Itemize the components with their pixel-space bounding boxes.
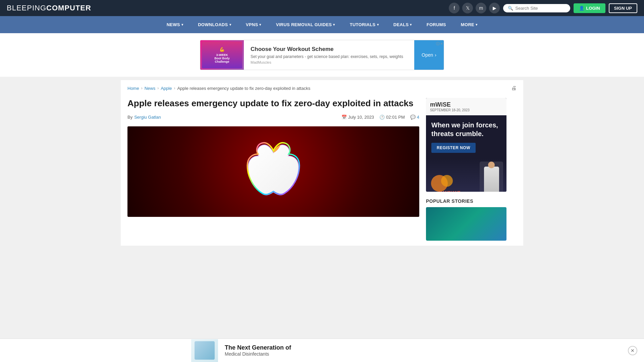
- author-link[interactable]: Sergiu Gatlan: [134, 115, 161, 120]
- breadcrumb-sep-2: ›: [157, 86, 159, 90]
- sidebar-ad-person: [480, 162, 503, 192]
- chevron-right-icon: ›: [435, 52, 436, 58]
- article-meta: By Sergiu Gatlan 📅 July 10, 2023 🕐 02:01…: [127, 115, 419, 120]
- apple-logo-outline: [246, 137, 301, 203]
- popular-story-thumbnail[interactable]: [426, 207, 506, 241]
- nav-tutorials[interactable]: TUTORIALS ▾: [342, 16, 386, 33]
- nav-news-arrow: ▾: [181, 23, 183, 26]
- popular-stories-title: POPULAR STORIES: [426, 198, 506, 204]
- article-comments[interactable]: 💬 4: [410, 115, 419, 120]
- content-area: Home › News › Apple › Apple releases eme…: [121, 80, 523, 246]
- ad-banner-wrapper: 💪 3-WEEK Boot Body Challenge Choose Your…: [0, 33, 644, 77]
- breadcrumb-apple[interactable]: Apple: [161, 86, 172, 91]
- sidebar-ad-register-button[interactable]: REGISTER NOW: [431, 143, 476, 153]
- nav-vpns-arrow: ▾: [259, 23, 261, 26]
- sidebar-ad-body: When we join forces, threats crumble. RE…: [426, 115, 506, 158]
- ad-close-icon: ⓘ ×: [436, 41, 443, 46]
- nav-downloads[interactable]: DOWNLOADS ▾: [191, 16, 238, 33]
- user-icon: 👤: [579, 6, 584, 11]
- signup-button[interactable]: SIGN UP: [609, 3, 637, 13]
- bottom-ad-thumbnail: [195, 341, 215, 360]
- twitter-icon[interactable]: 𝕏: [462, 3, 473, 13]
- mastodon-icon[interactable]: m: [476, 3, 486, 13]
- nav-more[interactable]: MORE ▾: [453, 16, 485, 33]
- login-button[interactable]: 👤 LOGIN: [574, 3, 605, 13]
- mwise-logo: mWiSE SEPTEMBER 18-20, 2023: [430, 101, 470, 112]
- calendar-icon: 📅: [341, 115, 347, 120]
- search-input[interactable]: [515, 6, 566, 11]
- nav-tutorials-arrow: ▾: [377, 23, 379, 26]
- bottom-ad-content: The Next Generation of Medical Disinfect…: [218, 344, 453, 357]
- sidebar-ad-headline: When we join forces, threats crumble.: [431, 121, 501, 138]
- breadcrumb-home[interactable]: Home: [127, 86, 139, 91]
- article-meta-right: 📅 July 10, 2023 🕐 02:01 PM 💬 4: [341, 115, 419, 120]
- sidebar-ad: mWiSE SEPTEMBER 18-20, 2023 When we join…: [426, 98, 506, 192]
- ad-source: MadMuscles: [251, 60, 408, 64]
- main-wrapper: Home › News › Apple › Apple releases eme…: [121, 80, 523, 246]
- nav-virus-removal[interactable]: VIRUS REMOVAL GUIDES ▾: [269, 16, 342, 33]
- youtube-icon[interactable]: ▶: [489, 3, 500, 13]
- article-main: Apple releases emergency update to fix z…: [127, 98, 419, 217]
- nav-more-arrow: ▾: [476, 23, 477, 26]
- logo-regular: BLEEPING: [7, 4, 46, 12]
- popular-stories: POPULAR STORIES: [426, 198, 506, 241]
- logo-bold: COMPUTER: [46, 4, 91, 12]
- article-hero-image: [127, 126, 419, 217]
- sidebar-ad-image: MANDIANT now part of Google Cloud: [426, 158, 506, 192]
- ad-image: 💪 3-WEEK Boot Body Challenge: [200, 40, 244, 70]
- print-icon[interactable]: 🖨: [511, 85, 517, 91]
- nav-deals-arrow: ▾: [410, 23, 412, 26]
- breadcrumb-left: Home › News › Apple › Apple releases eme…: [127, 86, 310, 91]
- main-nav: NEWS ▾ DOWNLOADS ▾ VPNS ▾ VIRUS REMOVAL …: [0, 16, 644, 33]
- article-time: 🕐 02:01 PM: [379, 115, 405, 120]
- ad-content: Choose Your Workout Scheme Set your goal…: [244, 40, 414, 70]
- nav-virus-arrow: ▾: [333, 23, 335, 26]
- ad-title: Choose Your Workout Scheme: [251, 46, 408, 53]
- site-logo[interactable]: BLEEPINGCOMPUTER: [7, 4, 91, 12]
- bottom-ad-subtitle: Medical Disinfectants: [225, 351, 446, 357]
- article-date: 📅 July 10, 2023: [341, 115, 374, 120]
- sidebar-ad-header: mWiSE SEPTEMBER 18-20, 2023: [426, 98, 506, 115]
- by-label: By: [127, 115, 132, 120]
- breadcrumb-sep-3: ›: [174, 86, 175, 90]
- article-layout: Apple releases emergency update to fix z…: [127, 98, 517, 241]
- search-icon: 🔍: [508, 6, 513, 11]
- breadcrumb-sep-1: ›: [141, 86, 143, 90]
- comment-icon: 💬: [410, 115, 416, 120]
- breadcrumb-current: Apple releases emergency update to fix z…: [177, 86, 310, 91]
- nav-vpns[interactable]: VPNS ▾: [238, 16, 269, 33]
- search-bar[interactable]: 🔍: [503, 4, 570, 12]
- ad-thumbnail: 💪 3-WEEK Boot Body Challenge: [202, 42, 242, 68]
- bottom-ad-image: [191, 339, 218, 362]
- ad-description: Set your goal and parameters - get scien…: [251, 54, 408, 59]
- site-header: BLEEPINGCOMPUTER f 𝕏 m ▶ 🔍 👤 LOGIN SIGN …: [0, 0, 644, 16]
- bottom-ad-title: The Next Generation of: [225, 344, 446, 351]
- ad-banner: 💪 3-WEEK Boot Body Challenge Choose Your…: [200, 40, 444, 70]
- social-icons: f 𝕏 m ▶: [449, 3, 500, 13]
- nav-downloads-arrow: ▾: [229, 23, 231, 26]
- nav-deals[interactable]: DEALS ▾: [386, 16, 419, 33]
- breadcrumb-news[interactable]: News: [145, 86, 156, 91]
- breadcrumb: Home › News › Apple › Apple releases eme…: [127, 85, 517, 91]
- decoration-circle-2: [441, 175, 453, 187]
- header-right: f 𝕏 m ▶ 🔍 👤 LOGIN SIGN UP: [449, 3, 637, 13]
- nav-forums[interactable]: FORUMS: [419, 16, 453, 33]
- bottom-ad-close-button[interactable]: ✕: [628, 346, 637, 355]
- article-author-section: By Sergiu Gatlan: [127, 115, 161, 120]
- article-title: Apple releases emergency update to fix z…: [127, 98, 419, 109]
- nav-news[interactable]: NEWS ▾: [159, 16, 191, 33]
- article-sidebar: mWiSE SEPTEMBER 18-20, 2023 When we join…: [426, 98, 506, 241]
- clock-icon: 🕐: [379, 115, 385, 120]
- facebook-icon[interactable]: f: [449, 3, 460, 13]
- bottom-ad-overlay: The Next Generation of Medical Disinfect…: [0, 339, 644, 362]
